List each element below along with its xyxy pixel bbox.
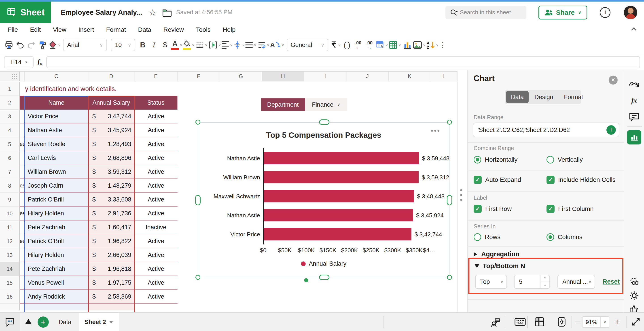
row-header-15[interactable]: 15 (0, 276, 20, 290)
undo-button[interactable] (15, 38, 26, 52)
keyboard-shortcuts-icon[interactable] (514, 317, 526, 326)
insert-chart-button[interactable] (402, 38, 412, 52)
aggregation-section[interactable]: Aggregation (474, 250, 520, 258)
cell-salary[interactable]: $1,97,175 (88, 276, 134, 290)
chevron-down-icon[interactable]: ∨ (601, 317, 609, 328)
cell-status[interactable]: Active (134, 110, 178, 123)
fill-color-button[interactable]: ∨ (183, 38, 194, 52)
chart-bar[interactable] (264, 152, 419, 164)
format-painter-button[interactable] (37, 38, 48, 52)
folder-icon[interactable] (162, 8, 172, 17)
cell-name-box[interactable]: H14 ▾ (4, 56, 34, 68)
chevron-down-icon[interactable]: ∨ (58, 42, 61, 48)
chart-resize-handle[interactable] (447, 275, 452, 280)
favorite-star-icon[interactable]: ☆ (149, 8, 156, 18)
chart-resize-handle[interactable] (195, 195, 200, 205)
conditional-format-button[interactable]: ∨ (375, 38, 388, 52)
formula-input[interactable] (46, 56, 640, 68)
cell-name[interactable]: Pete Zachriah (24, 262, 88, 276)
row-header-1[interactable]: 1 (0, 82, 20, 96)
chart-bar[interactable] (264, 209, 413, 222)
merge-cells-button[interactable]: ∨ (208, 38, 221, 52)
chevron-down-icon[interactable]: ∨ (398, 42, 401, 48)
n-stepper[interactable]: ⌃⌄ (540, 275, 550, 288)
strikethrough-button[interactable]: S (160, 38, 170, 52)
cell-status[interactable]: Active (134, 151, 178, 164)
row-header-9[interactable]: 9 (0, 193, 20, 207)
data-range-input[interactable]: 'Sheet 2'.C2:C62;'Sheet 2'.D2:D62 + (473, 122, 620, 137)
cell-name[interactable]: Andy Roddick (24, 290, 88, 303)
collapse-toolbar-icon[interactable] (629, 25, 638, 34)
radio-rows[interactable]: Rows (474, 233, 500, 241)
appearance-icon[interactable] (629, 291, 639, 300)
add-range-button[interactable]: + (606, 125, 616, 135)
column-header-H[interactable]: H (262, 72, 304, 81)
column-header-C[interactable]: C (24, 72, 88, 81)
cell-salary[interactable]: $1,28,493 (88, 137, 134, 151)
cell-salary[interactable]: $2,58,369 (88, 290, 134, 303)
clear-format-button[interactable]: ∨ (48, 38, 61, 52)
panel-tab-data[interactable]: Data (506, 91, 528, 103)
cell-status[interactable]: Active (134, 248, 178, 262)
cell-salary[interactable]: $1,96,818 (88, 262, 134, 276)
font-color-button[interactable]: A∨ (171, 38, 182, 52)
column-header-K[interactable]: K (389, 72, 431, 81)
radio-vertically[interactable]: Vertically (546, 156, 583, 164)
chevron-down-icon[interactable]: ∨ (218, 42, 221, 48)
cell-status[interactable]: Active (134, 262, 178, 276)
borders-button[interactable]: ∨ (195, 38, 208, 52)
panel-tab-design[interactable]: Design (530, 91, 558, 103)
column-header-I[interactable]: I (304, 72, 346, 81)
cell-salary[interactable]: $2,68,896 (88, 151, 134, 164)
menu-view[interactable]: View (47, 26, 72, 33)
share-button[interactable]: Share ∨ (538, 6, 587, 20)
cell-name[interactable]: Nathan Astle (24, 124, 88, 137)
cell-salary[interactable]: $3,33,608 (88, 193, 134, 206)
row-header-7[interactable]: 7 (0, 165, 20, 179)
menu-edit[interactable]: Edit (24, 26, 47, 33)
chevron-down-icon[interactable]: ∨ (385, 42, 388, 48)
chevron-down-icon[interactable]: ∨ (436, 42, 439, 48)
menu-data[interactable]: Data (132, 26, 157, 33)
row-header-14[interactable]: 14 (0, 262, 20, 276)
checkbox-auto-expand[interactable]: ✓Auto Expand (474, 176, 521, 184)
chart-object[interactable]: ••• Top 5 Compensation Packages Nathan A… (198, 122, 450, 277)
cell-name[interactable]: Venus Powell (24, 276, 88, 290)
zoom-out-button[interactable]: − (575, 317, 580, 327)
menu-tools[interactable]: Tools (190, 26, 216, 33)
column-header-F[interactable]: F (178, 72, 220, 81)
row-header-8[interactable]: 8 (0, 179, 20, 193)
row-header-13[interactable]: 13 (0, 248, 20, 262)
cell-name[interactable]: Hilary Holden (24, 207, 88, 220)
top-bottom-column-select[interactable]: Annual ...∨ (558, 275, 595, 289)
cell-status[interactable]: Active (134, 207, 178, 220)
sheet-tab-data[interactable]: Data (58, 313, 71, 331)
currency-format-button[interactable]: ∨ (330, 38, 341, 52)
number-format-select[interactable]: General∨ (287, 39, 328, 51)
insert-image-button[interactable]: ∨ (413, 38, 426, 52)
cell-status[interactable]: Active (134, 124, 178, 137)
stepper-up-icon[interactable]: ⌃ (540, 275, 550, 282)
menu-format[interactable]: Format (100, 26, 132, 33)
cell-status[interactable]: Active (134, 165, 178, 178)
radio-columns[interactable]: Columns (546, 233, 582, 241)
chart-anchor-dot[interactable] (304, 278, 308, 282)
chevron-down-icon[interactable]: ∨ (267, 42, 270, 48)
cell-name[interactable]: Patrick O'Brill (24, 234, 88, 248)
sheet-search-input[interactable]: Search in this sheet (446, 6, 526, 19)
cell-status[interactable]: Active (134, 137, 178, 151)
column-header-G[interactable]: G (220, 72, 262, 81)
menu-file[interactable]: File (2, 26, 24, 33)
row-header-2[interactable]: 2 (0, 96, 20, 110)
top-bottom-mode-select[interactable]: Top∨ (475, 275, 507, 289)
print-button[interactable] (4, 38, 14, 52)
chevron-down-icon[interactable]: ∨ (192, 42, 194, 48)
slicer-department-dropdown[interactable]: Finance ∨ (305, 98, 347, 111)
freeze-panes-icon[interactable] (534, 317, 547, 327)
font-size-select[interactable]: 10∨ (111, 39, 135, 51)
menu-insert[interactable]: Insert (72, 26, 100, 33)
chart-panel-icon-active[interactable] (627, 130, 641, 144)
fullscreen-icon[interactable] (631, 317, 641, 327)
cell-salary[interactable]: $3,59,312 (88, 165, 134, 178)
cell-status[interactable]: Active (134, 290, 178, 303)
